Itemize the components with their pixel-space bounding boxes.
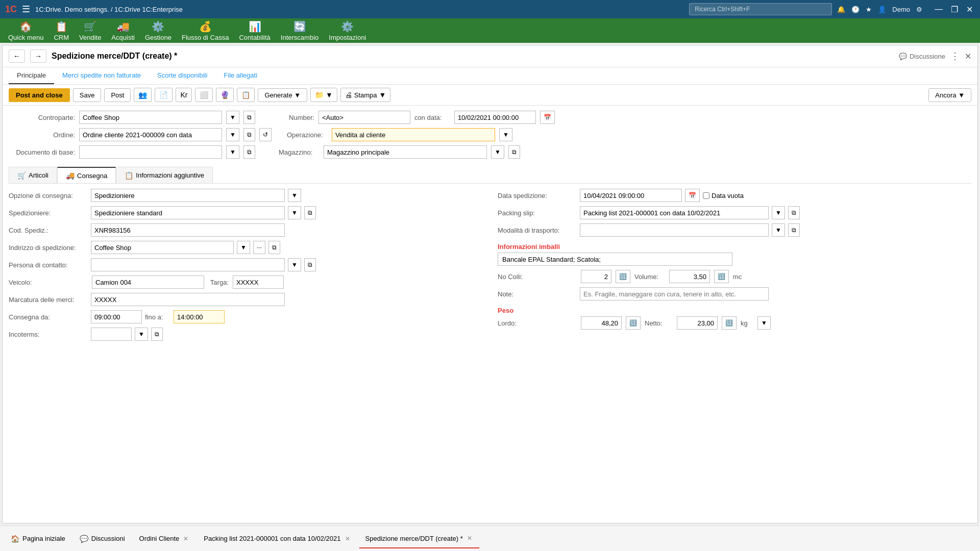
modalita-dropdown[interactable]: ▼	[772, 223, 785, 237]
magazzino-input[interactable]	[324, 145, 487, 159]
toolbar-acquisti[interactable]: 🚚 Acquisti	[107, 19, 139, 42]
post-button[interactable]: Post	[104, 88, 131, 102]
settings-icon[interactable]: ⚙	[916, 6, 922, 13]
minimize-button[interactable]: —	[933, 5, 945, 14]
volume-input[interactable]	[669, 270, 710, 283]
print-button[interactable]: 🖨 Stampa ▼	[340, 88, 390, 102]
folder-button[interactable]: 📁 ▼	[310, 88, 337, 102]
number-input[interactable]	[318, 111, 410, 124]
marcatura-input[interactable]	[91, 293, 285, 306]
spedizioniere-dropdown[interactable]: ▼	[288, 206, 301, 219]
icon-btn-2[interactable]: 📄	[155, 88, 173, 102]
toolbar-gestione[interactable]: ⚙️ Gestione	[141, 19, 176, 42]
persona-dropdown[interactable]: ▼	[288, 258, 301, 271]
targa-input[interactable]	[233, 276, 284, 289]
save-button[interactable]: Save	[73, 88, 102, 102]
icon-btn-1[interactable]: 👥	[134, 88, 152, 102]
ordine-dropdown[interactable]: ▼	[226, 128, 239, 141]
more-options-button[interactable]: ⋮	[950, 51, 960, 62]
toolbar-quick-menu[interactable]: 🏠 Quick menu	[4, 19, 47, 42]
persona-input[interactable]	[91, 258, 285, 271]
task-packing[interactable]: Packing list 2021-000001 con data 10/02/…	[197, 529, 357, 548]
netto-calc[interactable]: 🔢	[722, 316, 737, 330]
notification-icon[interactable]: 🔔	[837, 6, 845, 13]
generate-button[interactable]: Generate ▼	[258, 88, 307, 102]
lordo-calc[interactable]: 🔢	[626, 316, 641, 330]
incoterms-dropdown[interactable]: ▼	[135, 328, 148, 341]
data-spedizione-input[interactable]	[580, 189, 682, 202]
kg-dropdown[interactable]: ▼	[757, 316, 771, 330]
note-input[interactable]	[580, 287, 769, 300]
cod-input[interactable]	[91, 223, 285, 237]
toolbar-crm[interactable]: 📋 CRM	[50, 19, 73, 42]
imballi-input[interactable]	[498, 253, 732, 266]
documento-input[interactable]	[79, 145, 222, 159]
tab-merci[interactable]: Merci spedite non fatturate	[54, 67, 149, 84]
data-vuota-checkbox[interactable]	[703, 192, 709, 199]
star-icon[interactable]: ★	[866, 6, 872, 13]
toolbar-vendite[interactable]: 🛒 Vendite	[75, 19, 105, 42]
task-spedizione[interactable]: Spedizione merce/DDT (create) * ✕	[359, 529, 480, 548]
icon-btn-5[interactable]: 🔮	[216, 88, 234, 102]
magazzino-dropdown[interactable]: ▼	[491, 145, 504, 159]
back-button[interactable]: ←	[9, 49, 25, 63]
packing-slip-dropdown[interactable]: ▼	[772, 206, 785, 219]
toolbar-impostazioni[interactable]: ⚙️ Impostazioni	[325, 19, 370, 42]
icon-btn-4[interactable]: ⬜	[195, 88, 213, 102]
close-window-button[interactable]: ✕	[964, 5, 975, 14]
indirizzo-dots[interactable]: ···	[253, 241, 265, 254]
modalita-open[interactable]: ⧉	[788, 223, 800, 237]
incoterms-input[interactable]	[91, 328, 132, 341]
ordine-input[interactable]	[79, 128, 222, 141]
task-spedizione-close[interactable]: ✕	[466, 535, 473, 542]
con-data-calendar[interactable]: 📅	[540, 111, 555, 124]
documento-dropdown[interactable]: ▼	[226, 145, 239, 159]
sub-tab-articoli[interactable]: 🛒 Articoli	[9, 167, 57, 183]
indirizzo-dropdown[interactable]: ▼	[237, 241, 250, 254]
tab-scorte[interactable]: Scorte disponibili	[149, 67, 215, 84]
spedizioniere-open[interactable]: ⧉	[304, 206, 316, 219]
user-icon[interactable]: 👤	[878, 6, 886, 13]
tab-file[interactable]: File allegati	[215, 67, 265, 84]
search-input[interactable]	[689, 3, 832, 15]
hamburger-icon[interactable]: ☰	[22, 4, 30, 15]
indirizzo-input[interactable]	[91, 241, 234, 254]
data-spedizione-calendar[interactable]: 📅	[685, 189, 700, 202]
opzione-input[interactable]	[91, 189, 285, 202]
indirizzo-open[interactable]: ⧉	[268, 241, 280, 254]
task-ordini[interactable]: Ordini Cliente ✕	[133, 529, 197, 548]
operazione-input[interactable]	[332, 128, 495, 141]
documento-open[interactable]: ⧉	[243, 145, 255, 159]
operazione-dropdown[interactable]: ▼	[499, 128, 512, 141]
ordine-refresh[interactable]: ↺	[259, 128, 272, 141]
ancora-button[interactable]: Ancora ▼	[928, 88, 971, 102]
toolbar-interscambio[interactable]: 🔄 Interscambio	[277, 19, 323, 42]
toolbar-flusso[interactable]: 💰 Flusso di Cassa	[178, 19, 233, 42]
restore-button[interactable]: ❐	[949, 5, 960, 14]
opzione-dropdown[interactable]: ▼	[288, 189, 301, 202]
volume-calc[interactable]: 🔢	[714, 270, 729, 283]
forward-button[interactable]: →	[30, 49, 46, 63]
packing-slip-open[interactable]: ⧉	[788, 206, 800, 219]
incoterms-open[interactable]: ⧉	[151, 328, 163, 341]
discussion-button[interactable]: 💬 Discussione	[899, 53, 945, 60]
close-doc-button[interactable]: ✕	[965, 52, 971, 61]
ordine-open[interactable]: ⧉	[243, 128, 255, 141]
con-data-input[interactable]	[454, 111, 536, 124]
task-packing-close[interactable]: ✕	[344, 535, 351, 542]
lordo-input[interactable]	[581, 316, 622, 330]
persona-open[interactable]: ⧉	[304, 258, 316, 271]
task-discussioni[interactable]: 💬 Discussioni	[73, 529, 132, 548]
icon-btn-3[interactable]: Kr	[176, 88, 192, 102]
packing-slip-input[interactable]	[580, 206, 769, 219]
modalita-input[interactable]	[580, 223, 769, 237]
tab-principale[interactable]: Principale	[9, 67, 54, 84]
magazzino-open[interactable]: ⧉	[508, 145, 520, 159]
toolbar-contabilita[interactable]: 📊 Contabilità	[235, 19, 274, 42]
controparte-open[interactable]: ⧉	[243, 111, 255, 124]
history-icon[interactable]: 🕐	[851, 6, 860, 13]
task-ordini-close[interactable]: ✕	[182, 535, 189, 542]
post-close-button[interactable]: Post and close	[9, 88, 70, 102]
consegna-to-input[interactable]	[174, 310, 225, 323]
netto-input[interactable]	[677, 316, 718, 330]
